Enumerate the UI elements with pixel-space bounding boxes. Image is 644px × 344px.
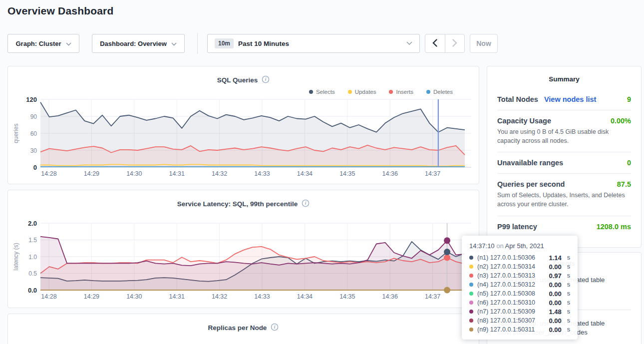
latency-unit: s <box>567 317 570 324</box>
node-latency-value: 0.00 <box>549 299 561 307</box>
latency-unit: s <box>567 308 570 315</box>
node-color-dot-icon <box>469 283 473 287</box>
svg-text:14:34: 14:34 <box>297 170 313 177</box>
node-latency-value: 1.48 <box>549 308 561 316</box>
chevron-down-icon <box>66 40 71 47</box>
tooltip-node-row: (n8) 127.0.0.1:503070.00s <box>469 316 570 325</box>
svg-text:i: i <box>274 325 276 330</box>
chart-title: Replicas per Node <box>208 324 267 332</box>
node-address: (n2) 127.0.0.1:50314 <box>477 263 535 270</box>
latency-unit: s <box>567 299 570 306</box>
node-color-dot-icon <box>469 328 473 332</box>
node-color-dot-icon <box>469 274 473 278</box>
svg-text:14:32: 14:32 <box>212 170 227 177</box>
svg-text:14:30: 14:30 <box>126 293 142 300</box>
chevron-down-icon <box>406 41 412 45</box>
svg-text:14:31: 14:31 <box>169 293 185 300</box>
graph-dropdown[interactable]: Graph: Cluster <box>7 34 79 53</box>
latency-unit: s <box>567 281 570 288</box>
tooltip-timestamp: 14:37:10 on Apr 5th, 2021 <box>469 242 570 250</box>
node-address: (n9) 127.0.0.1:50311 <box>477 326 535 333</box>
now-button[interactable]: Now <box>470 34 498 53</box>
previous-time-button[interactable] <box>425 34 445 52</box>
svg-text:2.0: 2.0 <box>28 220 37 227</box>
summary-row-p99: P99 latency 1208.0 ms <box>497 216 631 237</box>
svg-text:14:33: 14:33 <box>254 293 270 300</box>
chevron-down-icon <box>171 40 177 47</box>
time-range-selector[interactable]: 10m Past 10 Minutes <box>207 34 420 53</box>
tooltip-rows: (n1) 127.0.0.1:503061.14s(n2) 127.0.0.1:… <box>469 253 570 334</box>
queries-per-second-label: Queries per second <box>497 180 565 188</box>
tooltip-on-word: on <box>496 242 503 250</box>
svg-text:14:36: 14:36 <box>382 293 398 300</box>
svg-text:1.0: 1.0 <box>28 254 37 261</box>
node-address: (n6) 127.0.0.1:50310 <box>477 299 535 306</box>
dashboard-dropdown[interactable]: Dashboard: Overview <box>92 34 185 53</box>
toolbar-divider <box>197 33 198 54</box>
svg-text:14:37: 14:37 <box>425 293 440 300</box>
node-latency-value: 0.00 <box>549 263 561 271</box>
latency-unit: s <box>567 272 570 279</box>
latency-unit: s <box>567 254 570 261</box>
svg-text:60: 60 <box>30 130 37 137</box>
service-latency-chart[interactable]: 14:2814:2914:3014:3114:3214:3314:3414:35… <box>8 190 479 308</box>
node-latency-value: 0.00 <box>549 326 561 334</box>
sql-queries-panel: SQL Queries i SelectsUpdatesInsertsDelet… <box>7 66 479 184</box>
svg-text:14:28: 14:28 <box>41 293 56 300</box>
node-color-dot-icon <box>469 301 473 305</box>
node-latency-value: 0.00 <box>549 317 561 325</box>
sql-queries-chart[interactable]: 14:2814:2914:3014:3114:3214:3314:3414:35… <box>8 66 479 184</box>
capacity-usage-caption: You are using 0 B of 4.5 GiB usable disk… <box>497 127 631 145</box>
tooltip-node-row: (n2) 127.0.0.1:503140.00s <box>469 262 570 271</box>
dashboard-dropdown-label: Dashboard: Overview <box>100 40 167 47</box>
node-address: (n7) 127.0.0.1:50309 <box>477 308 535 315</box>
overview-dashboard-page: Overview Dashboard Graph: Cluster Dashbo… <box>0 0 644 344</box>
svg-text:14:37: 14:37 <box>425 170 440 177</box>
queries-per-second-caption: Sum of Selects, Updates, Inserts, and De… <box>497 191 631 209</box>
latency-unit: s <box>567 290 570 297</box>
time-range-badge: 10m <box>215 38 234 48</box>
svg-text:14:30: 14:30 <box>126 170 142 177</box>
summary-row-unavailable: Unavailable ranges 0 <box>497 152 631 173</box>
svg-text:30: 30 <box>30 147 37 154</box>
svg-text:14:28: 14:28 <box>41 170 56 177</box>
summary-row-total-nodes: Total Nodes View nodes list 9 <box>497 89 631 110</box>
svg-text:90: 90 <box>30 113 37 120</box>
chevron-right-icon <box>452 39 457 48</box>
info-icon[interactable]: i <box>271 323 279 333</box>
node-latency-value: 0.00 <box>549 290 561 298</box>
unavailable-ranges-label: Unavailable ranges <box>497 159 563 167</box>
svg-text:latency (s): latency (s) <box>12 243 19 270</box>
svg-text:0.0: 0.0 <box>28 287 37 294</box>
svg-text:1.5: 1.5 <box>28 237 37 244</box>
svg-text:14:35: 14:35 <box>339 293 355 300</box>
queries-per-second-value: 87.5 <box>617 180 631 188</box>
latency-unit: s <box>567 326 570 333</box>
svg-text:14:35: 14:35 <box>339 170 355 177</box>
latency-unit: s <box>567 263 570 270</box>
tooltip-node-row: (n6) 127.0.0.1:503100.00s <box>469 298 570 307</box>
node-color-dot-icon <box>469 310 473 314</box>
node-color-dot-icon <box>469 319 473 323</box>
total-nodes-label: Total Nodes <box>497 95 538 103</box>
node-latency-value: 1.14 <box>549 254 561 262</box>
node-address: (n8) 127.0.0.1:50307 <box>477 317 535 324</box>
svg-text:14:32: 14:32 <box>212 293 227 300</box>
chart-hover-tooltip: 14:37:10 on Apr 5th, 2021 (n1) 127.0.0.1… <box>462 236 578 340</box>
p99-latency-label: P99 latency <box>497 223 537 231</box>
node-address: (n5) 127.0.0.1:50308 <box>477 290 535 297</box>
tooltip-node-row: (n9) 127.0.0.1:503110.00s <box>469 325 570 334</box>
summary-row-qps: Queries per second 87.5 Sum of Selects, … <box>497 173 631 215</box>
replicas-title-row: Replicas per Node i <box>8 323 479 333</box>
capacity-usage-label: Capacity Usage <box>497 117 551 125</box>
page-title: Overview Dashboard <box>7 5 114 17</box>
next-time-button[interactable] <box>445 34 465 52</box>
svg-text:14:33: 14:33 <box>254 170 270 177</box>
tooltip-node-row: (n4) 127.0.0.1:503120.00s <box>469 280 570 289</box>
view-nodes-list-link[interactable]: View nodes list <box>544 95 597 103</box>
svg-text:14:29: 14:29 <box>84 293 99 300</box>
replicas-per-node-panel: Replicas per Node i <box>7 314 479 344</box>
node-latency-value: 0.00 <box>549 281 561 289</box>
node-address: (n4) 127.0.0.1:50312 <box>477 281 535 288</box>
node-color-dot-icon <box>469 256 473 260</box>
